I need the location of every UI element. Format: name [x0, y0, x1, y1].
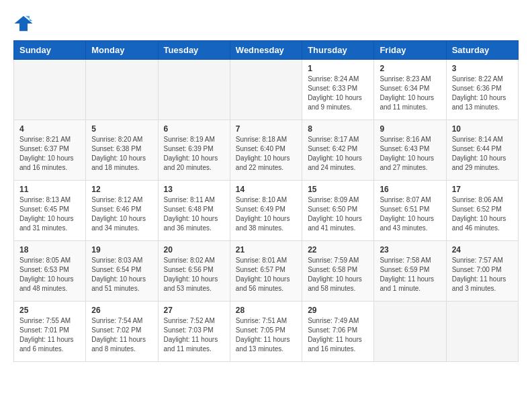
day-info: Sunrise: 8:01 AM Sunset: 6:57 PM Dayligh…	[236, 256, 296, 293]
day-cell	[86, 60, 158, 120]
week-row-4: 25Sunrise: 7:55 AM Sunset: 7:01 PM Dayli…	[14, 302, 519, 362]
day-number: 4	[19, 124, 80, 134]
day-cell: 20Sunrise: 8:02 AM Sunset: 6:56 PM Dayli…	[158, 241, 230, 302]
weekday-header-wednesday: Wednesday	[230, 41, 302, 60]
day-cell: 10Sunrise: 8:14 AM Sunset: 6:44 PM Dayli…	[446, 120, 518, 181]
weekday-header-row: SundayMondayTuesdayWednesdayThursdayFrid…	[14, 41, 519, 60]
weekday-header-monday: Monday	[86, 41, 158, 60]
day-cell: 18Sunrise: 8:05 AM Sunset: 6:53 PM Dayli…	[14, 241, 86, 302]
day-number: 11	[19, 185, 80, 194]
calendar: SundayMondayTuesdayWednesdayThursdayFrid…	[13, 40, 519, 362]
day-info: Sunrise: 7:54 AM Sunset: 7:02 PM Dayligh…	[91, 316, 152, 354]
day-info: Sunrise: 8:12 AM Sunset: 6:46 PM Dayligh…	[91, 195, 152, 233]
day-number: 2	[380, 64, 440, 73]
day-cell: 3Sunrise: 8:22 AM Sunset: 6:36 PM Daylig…	[446, 60, 518, 120]
week-row-2: 11Sunrise: 8:13 AM Sunset: 6:45 PM Dayli…	[14, 181, 519, 241]
day-number: 16	[380, 185, 440, 194]
day-info: Sunrise: 7:52 AM Sunset: 7:03 PM Dayligh…	[164, 316, 224, 354]
day-cell: 13Sunrise: 8:11 AM Sunset: 6:48 PM Dayli…	[158, 181, 230, 241]
day-cell: 14Sunrise: 8:10 AM Sunset: 6:49 PM Dayli…	[230, 181, 302, 241]
day-info: Sunrise: 8:13 AM Sunset: 6:45 PM Dayligh…	[19, 195, 80, 233]
day-cell	[374, 302, 446, 362]
weekday-header-tuesday: Tuesday	[158, 41, 230, 60]
day-info: Sunrise: 7:59 AM Sunset: 6:58 PM Dayligh…	[308, 256, 368, 293]
day-info: Sunrise: 8:05 AM Sunset: 6:53 PM Dayligh…	[19, 256, 80, 293]
day-info: Sunrise: 8:19 AM Sunset: 6:39 PM Dayligh…	[164, 135, 224, 173]
day-number: 22	[308, 245, 368, 255]
day-info: Sunrise: 8:17 AM Sunset: 6:42 PM Dayligh…	[308, 135, 368, 173]
day-info: Sunrise: 8:14 AM Sunset: 6:44 PM Dayligh…	[452, 135, 513, 173]
day-number: 23	[380, 245, 440, 255]
day-number: 18	[19, 245, 80, 255]
day-info: Sunrise: 8:20 AM Sunset: 6:38 PM Dayligh…	[91, 135, 152, 173]
day-cell: 28Sunrise: 7:51 AM Sunset: 7:05 PM Dayli…	[230, 302, 302, 362]
day-info: Sunrise: 8:03 AM Sunset: 6:54 PM Dayligh…	[91, 256, 152, 293]
day-number: 13	[164, 185, 224, 194]
day-info: Sunrise: 8:06 AM Sunset: 6:52 PM Dayligh…	[452, 195, 513, 233]
day-info: Sunrise: 7:55 AM Sunset: 7:01 PM Dayligh…	[19, 316, 80, 354]
day-cell: 12Sunrise: 8:12 AM Sunset: 6:46 PM Dayli…	[86, 181, 158, 241]
week-row-3: 18Sunrise: 8:05 AM Sunset: 6:53 PM Dayli…	[14, 241, 519, 302]
day-cell	[158, 60, 230, 120]
day-cell: 16Sunrise: 8:07 AM Sunset: 6:51 PM Dayli…	[374, 181, 446, 241]
week-row-1: 4Sunrise: 8:21 AM Sunset: 6:37 PM Daylig…	[14, 120, 519, 181]
weekday-header-sunday: Sunday	[14, 41, 86, 60]
day-cell: 24Sunrise: 7:57 AM Sunset: 7:00 PM Dayli…	[446, 241, 518, 302]
weekday-header-saturday: Saturday	[446, 41, 518, 60]
day-info: Sunrise: 8:18 AM Sunset: 6:40 PM Dayligh…	[236, 135, 296, 173]
day-info: Sunrise: 8:11 AM Sunset: 6:48 PM Dayligh…	[164, 195, 224, 233]
weekday-header-thursday: Thursday	[302, 41, 374, 60]
day-cell: 5Sunrise: 8:20 AM Sunset: 6:38 PM Daylig…	[86, 120, 158, 181]
day-number: 26	[91, 306, 152, 315]
day-number: 27	[164, 306, 224, 315]
day-cell: 27Sunrise: 7:52 AM Sunset: 7:03 PM Dayli…	[158, 302, 230, 362]
day-cell: 19Sunrise: 8:03 AM Sunset: 6:54 PM Dayli…	[86, 241, 158, 302]
day-number: 9	[380, 124, 440, 134]
day-number: 17	[452, 185, 513, 194]
day-info: Sunrise: 7:58 AM Sunset: 6:59 PM Dayligh…	[380, 256, 440, 293]
day-cell	[446, 302, 518, 362]
day-number: 24	[452, 245, 513, 255]
day-number: 6	[164, 124, 224, 134]
day-number: 5	[91, 124, 152, 134]
day-number: 19	[91, 245, 152, 255]
day-number: 15	[308, 185, 368, 194]
logo	[13, 13, 36, 34]
day-number: 1	[308, 64, 368, 73]
day-info: Sunrise: 8:22 AM Sunset: 6:36 PM Dayligh…	[452, 75, 513, 112]
day-number: 3	[452, 64, 513, 73]
day-info: Sunrise: 8:10 AM Sunset: 6:49 PM Dayligh…	[236, 195, 296, 233]
day-cell: 23Sunrise: 7:58 AM Sunset: 6:59 PM Dayli…	[374, 241, 446, 302]
day-number: 29	[308, 306, 368, 315]
day-cell: 8Sunrise: 8:17 AM Sunset: 6:42 PM Daylig…	[302, 120, 374, 181]
day-number: 10	[452, 124, 513, 134]
day-cell: 25Sunrise: 7:55 AM Sunset: 7:01 PM Dayli…	[14, 302, 86, 362]
day-number: 21	[236, 245, 296, 255]
day-cell: 2Sunrise: 8:23 AM Sunset: 6:34 PM Daylig…	[374, 60, 446, 120]
day-info: Sunrise: 7:49 AM Sunset: 7:06 PM Dayligh…	[308, 316, 368, 354]
day-number: 12	[91, 185, 152, 194]
day-cell	[14, 60, 86, 120]
day-cell: 22Sunrise: 7:59 AM Sunset: 6:58 PM Dayli…	[302, 241, 374, 302]
day-cell: 29Sunrise: 7:49 AM Sunset: 7:06 PM Dayli…	[302, 302, 374, 362]
day-cell: 9Sunrise: 8:16 AM Sunset: 6:43 PM Daylig…	[374, 120, 446, 181]
day-number: 14	[236, 185, 296, 194]
day-cell: 17Sunrise: 8:06 AM Sunset: 6:52 PM Dayli…	[446, 181, 518, 241]
header	[13, 13, 519, 34]
day-cell	[230, 60, 302, 120]
logo-icon	[13, 13, 34, 34]
day-info: Sunrise: 7:51 AM Sunset: 7:05 PM Dayligh…	[236, 316, 296, 354]
day-cell: 6Sunrise: 8:19 AM Sunset: 6:39 PM Daylig…	[158, 120, 230, 181]
day-info: Sunrise: 8:07 AM Sunset: 6:51 PM Dayligh…	[380, 195, 440, 233]
day-info: Sunrise: 8:21 AM Sunset: 6:37 PM Dayligh…	[19, 135, 80, 173]
day-cell: 11Sunrise: 8:13 AM Sunset: 6:45 PM Dayli…	[14, 181, 86, 241]
day-info: Sunrise: 7:57 AM Sunset: 7:00 PM Dayligh…	[452, 256, 513, 293]
weekday-header-friday: Friday	[374, 41, 446, 60]
day-cell: 7Sunrise: 8:18 AM Sunset: 6:40 PM Daylig…	[230, 120, 302, 181]
day-number: 8	[308, 124, 368, 134]
day-cell: 4Sunrise: 8:21 AM Sunset: 6:37 PM Daylig…	[14, 120, 86, 181]
day-cell: 26Sunrise: 7:54 AM Sunset: 7:02 PM Dayli…	[86, 302, 158, 362]
day-cell: 21Sunrise: 8:01 AM Sunset: 6:57 PM Dayli…	[230, 241, 302, 302]
day-number: 7	[236, 124, 296, 134]
day-number: 20	[164, 245, 224, 255]
